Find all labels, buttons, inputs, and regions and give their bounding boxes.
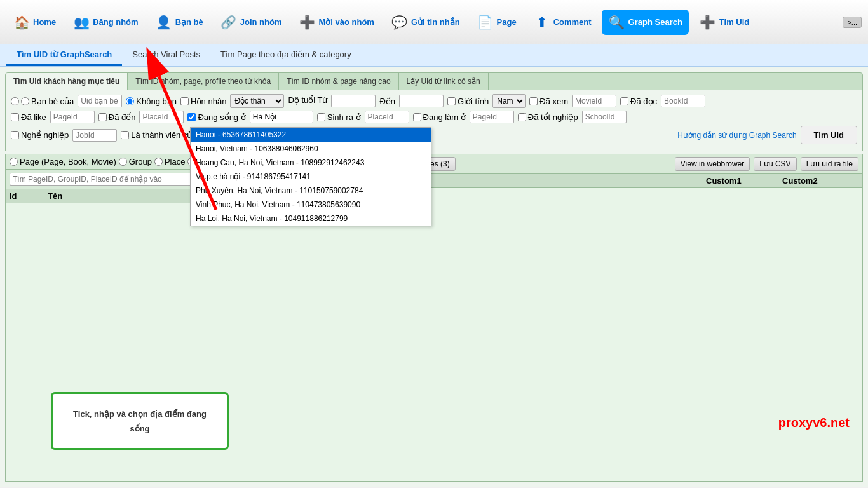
home-button[interactable]: 🏠 Home xyxy=(6,10,62,35)
luu-csv-btn[interactable]: Lưu CSV xyxy=(754,157,796,171)
gui-tin-nhan-button[interactable]: 💬 Gửi tin nhắn xyxy=(384,10,466,35)
annotation-text: Tick, nhập và chọn địa điểm đang sống xyxy=(73,409,207,433)
do-tuoi-den-input[interactable] xyxy=(399,95,444,107)
autocomplete-item-2[interactable]: Hoang Cau, Ha Noi, Vietnam - 10899291246… xyxy=(191,156,431,170)
da-xem-input[interactable] xyxy=(572,95,616,107)
main-tab-bar: Tìm UID từ GraphSearch Search Viral Post… xyxy=(0,44,868,67)
dang-nhom-label: Đăng nhóm xyxy=(93,17,139,27)
content-area: Tìm Uid khách hàng mục tiêu Tìm ID nhóm,… xyxy=(0,67,868,487)
home-icon: 🏠 xyxy=(13,13,31,31)
join-nhom-icon: 🔗 xyxy=(220,13,238,31)
graph-search-icon: 🔍 xyxy=(608,13,626,31)
col-id: Id xyxy=(10,191,48,201)
tab-viral-posts[interactable]: Search Viral Posts xyxy=(122,44,210,66)
moi-vao-nhom-label: Mời vào nhóm xyxy=(318,17,374,27)
autocomplete-item-6[interactable]: Ha Loi, Ha Noi, Vietnam - 10491188621279… xyxy=(191,212,431,226)
checkbox-hon-nhan[interactable]: Hôn nhân xyxy=(180,97,226,106)
dang-lam-o-input[interactable] xyxy=(470,111,514,123)
tim-uid-icon: ➕ xyxy=(699,13,717,31)
checkbox-sinh-ra-o[interactable]: Sinh ra ở xyxy=(317,112,361,122)
join-nhom-label: Join nhóm xyxy=(240,17,282,27)
join-nhom-button[interactable]: 🔗 Join nhóm xyxy=(214,10,288,35)
ban-be-button[interactable]: 👤 Bạn bè xyxy=(149,10,210,35)
filter-row-1: Bạn bè của Không bạn Hôn nhân Độc thân Đ… xyxy=(11,94,857,108)
col-right-custom1: Custom1 xyxy=(706,176,782,186)
dang-nhom-icon: 👥 xyxy=(72,13,90,31)
da-den-input[interactable] xyxy=(139,111,184,123)
col-right-custom2: Custom2 xyxy=(782,176,858,186)
autocomplete-dropdown: Hanoi - 653678611405322 Hanoi, Vietnam -… xyxy=(190,127,431,226)
checkbox-nghe-nghiep[interactable]: Nghề nghiệp xyxy=(11,130,69,140)
view-webbrower-btn[interactable]: View in webbrower xyxy=(675,157,750,171)
do-tuoi-label: Độ tuổi Từ xyxy=(288,95,327,105)
sub-tab-tim-id-nang-cao[interactable]: Tìm ID nhóm & page nâng cao xyxy=(279,73,398,90)
do-tuoi-tu-input[interactable] xyxy=(331,95,376,107)
sub-tab-lay-uid-link[interactable]: Lấy Uid từ link có sẵn xyxy=(399,73,489,90)
huong-dan-link[interactable]: Hướng dẫn sử dụng Graph Search xyxy=(677,131,796,140)
autocomplete-item-3[interactable]: Va.p.e hà nội - 914186795417141 xyxy=(191,170,431,184)
checkbox-da-den[interactable]: Đã đến xyxy=(98,112,136,122)
col-right-name: Name xyxy=(384,176,706,186)
radio-page[interactable]: Page (Page, Book, Movie) xyxy=(10,157,116,166)
filter-panel: Bạn bè của Không bạn Hôn nhân Độc thân Đ… xyxy=(5,90,863,151)
watermark: proxyv6.net xyxy=(778,416,850,430)
gioi-tinh-select[interactable]: Nam Nữ xyxy=(492,94,526,108)
home-label: Home xyxy=(33,17,56,27)
dang-nhom-button[interactable]: 👥 Đăng nhóm xyxy=(66,10,145,35)
sub-tab-tim-id-nhom[interactable]: Tìm ID nhóm, page, profile theo từ khóa xyxy=(128,73,279,90)
radio-place[interactable]: Place xyxy=(154,157,186,166)
comment-icon: ⬆ xyxy=(533,13,551,31)
gui-tin-nhan-label: Gửi tin nhắn xyxy=(411,17,460,27)
gui-tin-nhan-icon: 💬 xyxy=(391,13,409,31)
luu-uid-btn[interactable]: Lưu uid ra file xyxy=(801,157,858,171)
sinh-ra-o-input[interactable] xyxy=(365,111,409,123)
autocomplete-item-5[interactable]: Vinh Phuc, Ha Noi, Vietnam - 11047380563… xyxy=(191,198,431,212)
page-button[interactable]: 📄 Page xyxy=(470,10,523,35)
filter-row-2: Đã like Đã đến Đang sống ở Hanoi - 65367… xyxy=(11,111,857,123)
tim-uid-button[interactable]: ➕ Tim Uid xyxy=(693,10,756,35)
autocomplete-item-4[interactable]: Phú Xuyên, Ha Noi, Vietnam - 11015075900… xyxy=(191,184,431,198)
tab-graph-search[interactable]: Tìm UID từ GraphSearch xyxy=(6,44,122,66)
moi-vao-nhom-icon: ➕ xyxy=(298,13,316,31)
moi-vao-nhom-button[interactable]: ➕ Mời vào nhóm xyxy=(292,10,380,35)
comment-label: Comment xyxy=(553,17,592,27)
da-tot-nghiep-input[interactable] xyxy=(582,111,627,123)
autocomplete-item-1[interactable]: Hanoi, Vietnam - 106388046062960 xyxy=(191,142,431,156)
radio-ban-be-cua[interactable]: Bạn bè của xyxy=(11,97,74,106)
graph-search-label: Graph Search xyxy=(628,17,682,27)
annotation-box: Tick, nhập và chọn địa điểm đang sống xyxy=(51,392,229,450)
ban-be-label: Bạn bè xyxy=(175,17,203,27)
sub-tab-bar: Tìm Uid khách hàng mục tiêu Tìm ID nhóm,… xyxy=(5,72,863,90)
dang-song-o-input[interactable] xyxy=(250,111,313,123)
page-icon: 📄 xyxy=(477,13,494,31)
sub-tab-uid-khach-hang[interactable]: Tìm Uid khách hàng mục tiêu xyxy=(6,73,128,90)
comment-button[interactable]: ⬆ Comment xyxy=(527,10,598,35)
checkbox-da-tot-nghiep[interactable]: Đã tốt nghiệp xyxy=(518,112,578,122)
graph-search-button[interactable]: 🔍 Graph Search xyxy=(602,10,689,35)
checkbox-da-like[interactable]: Đã like xyxy=(11,112,46,122)
radio-group[interactable]: Group xyxy=(119,157,152,166)
ban-be-icon: 👤 xyxy=(155,13,173,31)
right-table-body: proxyv6.net xyxy=(329,188,862,481)
top-navigation: 🏠 Home 👥 Đăng nhóm 👤 Bạn bè 🔗 Join nhóm … xyxy=(0,0,868,44)
checkbox-dang-song-o[interactable]: Đang sống ở xyxy=(187,112,245,122)
autocomplete-item-0[interactable]: Hanoi - 653678611405322 xyxy=(191,128,431,142)
da-like-input[interactable] xyxy=(50,111,95,123)
checkbox-da-doc[interactable]: Đã đọc xyxy=(620,97,657,106)
tab-page-dia-diem[interactable]: Tìm Page theo địa điểm & category xyxy=(210,44,362,66)
doc-than-select[interactable]: Độc thân Đã kết hôn Hẹn hò Đính hôn xyxy=(230,94,284,108)
radio-khong-ban[interactable]: Không bạn xyxy=(126,97,177,106)
filter-row-3: Nghề nghiệp Là thành viên của nhóm Hướng… xyxy=(11,126,857,144)
uid-ban-be-input[interactable] xyxy=(78,95,122,107)
da-doc-input[interactable] xyxy=(661,95,705,107)
checkbox-gioi-tinh[interactable]: Giới tính xyxy=(447,97,489,106)
tim-uid-label: Tim Uid xyxy=(719,17,749,27)
nghe-nghiep-input[interactable] xyxy=(72,129,117,142)
expand-button[interactable]: >... xyxy=(843,17,862,28)
checkbox-dang-lam-o[interactable]: Đang làm ở xyxy=(413,112,466,122)
checkbox-da-xem[interactable]: Đã xem xyxy=(529,97,568,106)
page-label: Page xyxy=(497,17,517,27)
tim-uid-btn[interactable]: Tim Uid xyxy=(801,126,857,144)
